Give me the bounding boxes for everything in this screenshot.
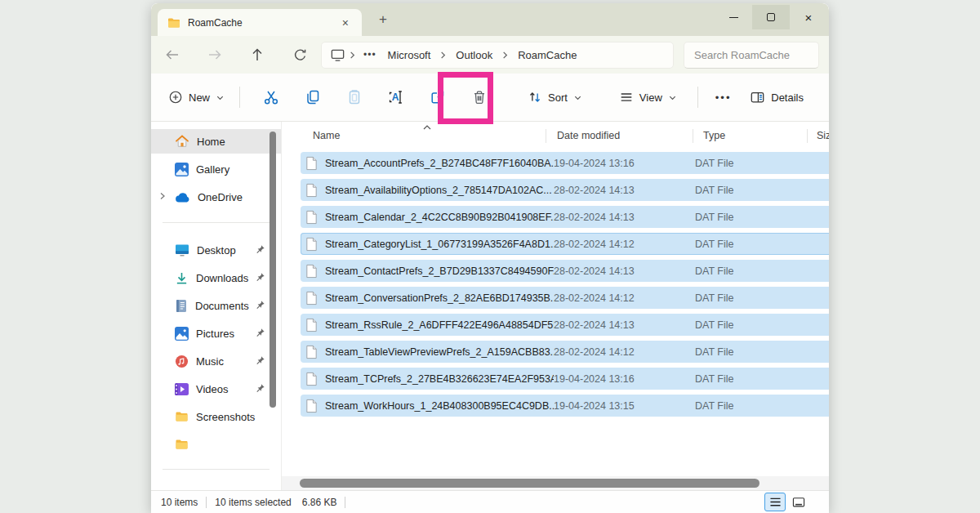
search-input[interactable] bbox=[684, 42, 819, 69]
back-button[interactable] bbox=[151, 40, 194, 69]
file-row[interactable]: Stream_RssRule_2_A6DFFF422E496A48854DF5F… bbox=[301, 314, 829, 336]
window-caption-buttons: × bbox=[715, 5, 827, 29]
sidebar-item-downloads[interactable]: Downloads bbox=[151, 265, 281, 290]
file-row[interactable]: Stream_WorkHours_1_24B408300B95EC4C9DB..… bbox=[301, 395, 829, 417]
content-view-button[interactable] bbox=[788, 493, 809, 511]
breadcrumb-overflow[interactable]: ••• bbox=[359, 49, 381, 60]
minimize-button[interactable] bbox=[715, 5, 752, 29]
pin-icon bbox=[255, 272, 265, 285]
sidebar-item-screenshots[interactable]: Screenshots bbox=[151, 404, 281, 429]
share-button[interactable] bbox=[416, 81, 458, 114]
sidebar-item-folder[interactable] bbox=[151, 432, 281, 457]
cut-button[interactable] bbox=[250, 81, 292, 114]
sidebar-item-label: OneDrive bbox=[198, 191, 243, 203]
file-row[interactable]: Stream_AvailabilityOptions_2_785147DA102… bbox=[301, 179, 829, 201]
file-row[interactable]: Stream_ConversationPrefs_2_82AE6BD174935… bbox=[301, 287, 829, 309]
home-icon bbox=[175, 135, 189, 148]
column-separator[interactable] bbox=[546, 129, 546, 143]
column-separator[interactable] bbox=[807, 129, 808, 143]
this-pc-icon bbox=[330, 47, 345, 63]
file-name: Stream_ContactPrefs_2_B7D29B1337C8494590… bbox=[325, 265, 554, 277]
navigation-bar: ••• Microsoft Outlook RoamCache bbox=[151, 36, 829, 74]
status-divider bbox=[345, 497, 345, 508]
videos-icon bbox=[175, 383, 189, 395]
chevron-down-icon bbox=[668, 93, 677, 102]
up-button[interactable] bbox=[236, 40, 278, 69]
maximize-button[interactable] bbox=[752, 5, 790, 29]
paste-icon bbox=[346, 89, 363, 105]
view-button-label: View bbox=[639, 91, 662, 104]
column-header-type[interactable]: Type bbox=[703, 130, 725, 141]
onedrive-icon bbox=[175, 192, 190, 203]
chevron-right-icon[interactable] bbox=[158, 191, 167, 203]
paste-button[interactable] bbox=[333, 81, 375, 114]
new-button-label: New bbox=[189, 91, 210, 104]
file-row[interactable]: Stream_TableViewPreviewPrefs_2_A159ACBB8… bbox=[301, 341, 829, 363]
file-row[interactable]: Stream_ContactPrefs_2_B7D29B1337C8494590… bbox=[301, 260, 829, 282]
toolbar-divider bbox=[697, 87, 698, 108]
breadcrumb-outlook[interactable]: Outlook bbox=[450, 47, 498, 63]
view-button[interactable]: View bbox=[612, 83, 684, 111]
sidebar-item-music[interactable]: Music bbox=[151, 349, 281, 373]
delete-button[interactable] bbox=[458, 81, 500, 114]
file-row[interactable]: Stream_TCPrefs_2_27BE4B326623E74EA2F953A… bbox=[301, 368, 829, 390]
address-bar[interactable]: ••• Microsoft Outlook RoamCache bbox=[321, 42, 674, 69]
copy-button[interactable] bbox=[292, 81, 333, 114]
pin-icon bbox=[255, 355, 265, 368]
more-options-button[interactable]: ••• bbox=[706, 85, 742, 110]
tab-close-icon[interactable]: × bbox=[339, 16, 352, 30]
new-button[interactable]: New bbox=[161, 83, 232, 111]
circle-plus-icon bbox=[168, 90, 183, 105]
breadcrumb-microsoft[interactable]: Microsoft bbox=[382, 47, 437, 63]
sidebar-item-desktop[interactable]: Desktop bbox=[151, 238, 281, 262]
explorer-tab[interactable]: RoamCache × bbox=[158, 9, 362, 36]
sidebar-item-label: Gallery bbox=[196, 163, 229, 176]
column-separator[interactable] bbox=[693, 129, 693, 143]
sidebar-item-videos[interactable]: Videos bbox=[151, 377, 281, 401]
view-icon bbox=[619, 90, 634, 105]
forward-button[interactable] bbox=[194, 40, 236, 69]
sort-button[interactable]: Sort bbox=[520, 83, 590, 111]
file-icon bbox=[305, 399, 318, 413]
close-icon: × bbox=[805, 11, 813, 24]
up-arrow-icon bbox=[249, 47, 265, 63]
refresh-button[interactable] bbox=[278, 40, 321, 69]
column-header-size[interactable]: Size bbox=[817, 130, 829, 141]
file-row[interactable]: Stream_Calendar_2_4C2CC8B90B92B041908EF.… bbox=[301, 206, 829, 228]
sort-icon bbox=[528, 90, 542, 105]
file-rows: Stream_AccountPrefs_2_B274BC48F7F16040BA… bbox=[301, 152, 829, 422]
rename-button[interactable]: A bbox=[375, 81, 416, 114]
sidebar-item-gallery[interactable]: Gallery bbox=[151, 157, 281, 181]
file-row[interactable]: Stream_AccountPrefs_2_B274BC48F7F16040BA… bbox=[301, 152, 829, 174]
sidebar-item-home[interactable]: Home bbox=[151, 129, 281, 154]
file-date-modified: 28-02-2024 14:13 bbox=[554, 265, 695, 277]
selection-count: 10 items selected bbox=[215, 497, 291, 508]
column-header-date-modified[interactable]: Date modified bbox=[557, 130, 620, 141]
details-view-button[interactable] bbox=[764, 493, 786, 511]
file-date-modified: 28-02-2024 14:13 bbox=[554, 212, 695, 223]
chevron-down-icon bbox=[216, 93, 225, 102]
horizontal-scrollbar-thumb[interactable] bbox=[300, 479, 760, 488]
file-icon bbox=[305, 237, 318, 252]
sidebar-item-label: Pictures bbox=[196, 328, 234, 340]
new-tab-button[interactable]: + bbox=[373, 10, 393, 29]
details-pane-button[interactable]: Details bbox=[742, 83, 811, 111]
sidebar-item-label: Desktop bbox=[197, 244, 236, 256]
breadcrumb-roamcache[interactable]: RoamCache bbox=[512, 47, 582, 63]
file-icon bbox=[305, 156, 318, 171]
sidebar-item-pictures[interactable]: Pictures bbox=[151, 321, 281, 346]
forward-arrow-icon bbox=[207, 47, 223, 63]
close-button[interactable]: × bbox=[790, 5, 827, 29]
horizontal-scrollbar-track[interactable] bbox=[282, 476, 829, 490]
column-header-name[interactable]: Name bbox=[313, 130, 340, 141]
sidebar-scrollbar[interactable] bbox=[270, 132, 276, 408]
sidebar-item-documents[interactable]: Documents bbox=[151, 293, 281, 318]
gallery-icon bbox=[175, 163, 189, 176]
file-name: Stream_TableViewPreviewPrefs_2_A159ACBB8… bbox=[325, 346, 554, 358]
file-icon bbox=[305, 183, 318, 198]
tab-bar: RoamCache × + × bbox=[151, 3, 829, 36]
sidebar-item-onedrive[interactable]: OneDrive bbox=[151, 185, 281, 209]
sidebar-item-label: Downloads bbox=[196, 272, 248, 284]
file-row[interactable]: Stream_CategoryList_1_06773199A3526F4A8D… bbox=[301, 233, 829, 255]
details-button-label: Details bbox=[771, 91, 804, 104]
